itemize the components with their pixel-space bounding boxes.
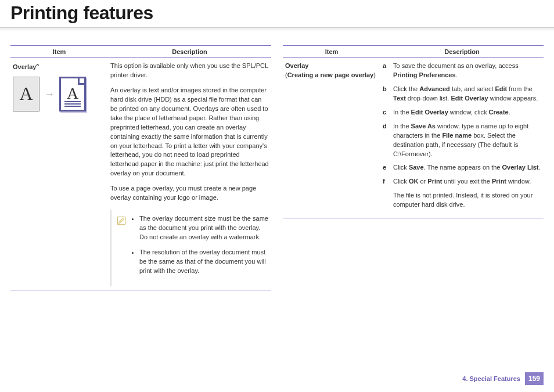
arrow-right-icon: → — [44, 87, 55, 102]
step-item: In the Edit Overlay window, click Create… — [383, 108, 541, 117]
page-footer: 4. Special Features 159 — [462, 372, 544, 385]
step-item: Click OK or Print until you exit the Pri… — [383, 177, 541, 186]
overlay-page-doc-icon: A — [59, 77, 86, 112]
item-sublabel: (Creating a new page overlay) — [285, 71, 377, 80]
letter-a: A — [19, 80, 33, 107]
overlay-illustration: A → A — [13, 77, 105, 112]
note-list: The overlay document size must be the sa… — [130, 214, 269, 282]
item-footnote-sup: a — [36, 62, 38, 67]
footer-page-number: 159 — [525, 372, 544, 385]
step-item: Click Save. The name appears on the Over… — [383, 163, 541, 172]
note-icon — [116, 215, 127, 226]
left-table: Item Description Overlaya A → A — [10, 45, 271, 290]
step-item: Click the Advanced tab, and select Edit … — [383, 85, 541, 103]
content-columns: Item Description Overlaya A → A — [0, 31, 554, 290]
table-header-row: Item Description — [10, 46, 271, 58]
col-header-desc: Description — [108, 46, 271, 58]
left-column: Item Description Overlaya A → A — [10, 45, 271, 290]
desc-paragraph: This option is available only when you u… — [110, 62, 269, 80]
desc-paragraph: To use a page overlay, you must create a… — [110, 184, 269, 203]
col-header-desc: Description — [380, 46, 544, 58]
note-item: The resolution of the overlay document m… — [139, 248, 269, 276]
step-note: The file is not printed. Instead, it is … — [383, 191, 541, 210]
col-header-item: Item — [283, 46, 380, 58]
item-label: Overlay — [13, 63, 36, 70]
footer-chapter: 4. Special Features — [462, 375, 520, 382]
desc-cell: To save the document as an overlay, acce… — [380, 58, 544, 218]
right-column: Item Description Overlay (Creating a new… — [283, 45, 544, 290]
step-item: In the Save As window, type a name up to… — [383, 122, 541, 159]
desc-cell: This option is available only when you u… — [108, 58, 271, 290]
table-row: Overlaya A → A This option is available … — [10, 58, 271, 290]
table-header-row: Item Description — [283, 46, 544, 58]
item-cell-overlay-create: Overlay (Creating a new page overlay) — [283, 58, 380, 218]
right-table: Item Description Overlay (Creating a new… — [283, 45, 544, 218]
note-item: The overlay document size must be the sa… — [139, 214, 269, 242]
page-title: Printing features — [0, 0, 554, 28]
overlay-page-plain-icon: A — [13, 77, 39, 112]
steps-list: To save the document as an overlay, acce… — [383, 62, 541, 210]
col-header-item: Item — [10, 46, 108, 58]
desc-paragraph: An overlay is text and/or images stored … — [110, 86, 269, 178]
step-item: To save the document as an overlay, acce… — [383, 62, 541, 80]
item-cell-overlay: Overlaya A → A — [10, 58, 108, 290]
table-row: Overlay (Creating a new page overlay) To… — [283, 58, 544, 218]
note-box: The overlay document size must be the sa… — [110, 210, 269, 286]
item-label: Overlay — [285, 62, 377, 71]
